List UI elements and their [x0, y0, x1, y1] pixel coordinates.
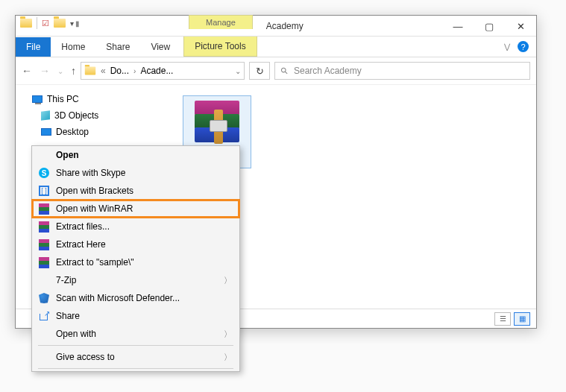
menu-label: Scan with Microsoft Defender...	[56, 293, 180, 303]
large-icons-view-button[interactable]: ▦	[514, 312, 530, 326]
tab-view[interactable]: View	[140, 37, 180, 57]
up-button[interactable]: ↑	[71, 65, 76, 77]
address-bar[interactable]: « Do... › Acade... ⌄	[81, 62, 245, 80]
tab-home[interactable]: Home	[51, 37, 95, 57]
submenu-arrow-icon: 〉	[224, 329, 232, 340]
menu-item-open[interactable]: Open	[32, 146, 239, 164]
desktop-icon	[41, 128, 51, 136]
sidebar-label: 3D Objects	[54, 110, 98, 121]
quick-access-toolbar: ☑ ▾ ▮	[16, 16, 84, 31]
forward-button[interactable]: →	[40, 65, 50, 77]
tab-picture-tools[interactable]: Picture Tools	[183, 37, 257, 57]
qat-overflow: ▮	[75, 19, 80, 28]
winrar-icon	[38, 203, 50, 215]
search-icon: ⚲	[278, 65, 290, 77]
winrar-icon	[38, 221, 50, 233]
window-title: Academy	[266, 21, 304, 31]
menu-item-extract-to[interactable]: Extract to "sample\"	[32, 253, 239, 271]
this-pc-icon	[32, 95, 43, 103]
sidebar-label: Desktop	[56, 127, 89, 137]
blank-icon	[38, 274, 50, 286]
folder-icon	[20, 19, 32, 28]
breadcrumb-prefix: «	[101, 66, 106, 76]
search-box[interactable]: ⚲ Search Academy	[274, 62, 530, 80]
menu-item-extract-here[interactable]: Extract Here	[32, 235, 239, 253]
winrar-icon	[38, 256, 50, 268]
menu-label: Share	[56, 311, 80, 321]
tab-file[interactable]: File	[16, 37, 51, 57]
menu-label: Open with Brackets	[56, 186, 133, 196]
details-view-button[interactable]: ☰	[494, 312, 511, 326]
menu-item-share-skype[interactable]: S Share with Skype	[32, 164, 239, 182]
menu-label: Extract Here	[56, 239, 106, 250]
window-controls: — ▢ ✕	[442, 16, 536, 37]
close-button[interactable]: ✕	[505, 16, 536, 37]
divider	[37, 17, 37, 29]
winrar-icon	[38, 238, 50, 250]
search-placeholder: Search Academy	[294, 66, 362, 76]
menu-label: Extract to "sample\"	[56, 257, 134, 268]
tab-share[interactable]: Share	[95, 37, 140, 57]
sidebar-item-3d-objects[interactable]: 3D Objects	[19, 109, 169, 122]
menu-label: Open with	[56, 329, 96, 339]
menu-label: Extract files...	[56, 221, 110, 232]
menu-label: Open with WinRAR	[56, 203, 133, 214]
address-bar-row: ← → ⌄ ↑ « Do... › Acade... ⌄ ↻ ⚲ Search …	[16, 57, 536, 85]
chevron-right-icon[interactable]: ›	[133, 67, 136, 75]
cube-icon	[41, 110, 50, 120]
menu-item-defender[interactable]: Scan with Microsoft Defender...	[32, 289, 239, 307]
submenu-arrow-icon: 〉	[224, 275, 232, 286]
minimize-button[interactable]: —	[442, 16, 474, 37]
nav-buttons: ← → ⌄ ↑	[22, 65, 76, 77]
skype-icon: S	[38, 167, 50, 179]
menu-label: 7-Zip	[56, 275, 76, 285]
explorer-window: ☑ ▾ ▮ Manage Academy — ▢ ✕ File Home Sha…	[15, 15, 537, 329]
titlebar: ☑ ▾ ▮ Manage Academy — ▢ ✕	[16, 16, 536, 37]
ribbon-collapse-button[interactable]: ⋁	[504, 42, 510, 51]
menu-item-open-with[interactable]: Open with 〉	[32, 325, 239, 343]
menu-item-open-brackets[interactable]: [ ] Open with Brackets	[32, 182, 239, 200]
share-icon	[38, 310, 50, 322]
contextual-tab-group: Manage	[189, 16, 253, 29]
properties-icon[interactable]: ☑	[42, 19, 49, 28]
address-history-dropdown[interactable]: ⌄	[235, 67, 241, 75]
help-icon[interactable]: ?	[518, 41, 529, 52]
manage-tab-header[interactable]: Manage	[189, 15, 253, 29]
breadcrumb-seg-1[interactable]: Do...	[110, 66, 129, 76]
maximize-button[interactable]: ▢	[474, 16, 505, 37]
folder-icon	[85, 67, 95, 75]
menu-item-7zip[interactable]: 7-Zip 〉	[32, 271, 239, 289]
breadcrumb-seg-2[interactable]: Acade...	[140, 66, 173, 76]
blank-icon	[38, 328, 50, 340]
new-folder-icon[interactable]	[54, 19, 66, 28]
brackets-icon: [ ]	[38, 185, 50, 197]
rar-archive-icon	[192, 99, 242, 150]
back-button[interactable]: ←	[22, 65, 32, 77]
recent-dropdown[interactable]: ⌄	[57, 67, 63, 75]
sidebar-item-this-pc[interactable]: This PC	[19, 92, 169, 106]
menu-item-open-winrar[interactable]: Open with WinRAR	[32, 200, 239, 218]
menu-item-extract-files[interactable]: Extract files...	[32, 218, 239, 235]
sidebar-item-desktop[interactable]: Desktop	[19, 125, 169, 139]
refresh-button[interactable]: ↻	[249, 62, 270, 80]
qat-dropdown[interactable]: ▾	[70, 19, 74, 28]
ribbon-tabs: File Home Share View Picture Tools ⋁ ?	[16, 37, 536, 57]
context-menu: Open S Share with Skype [ ] Open with Br…	[31, 145, 240, 344]
shield-icon	[38, 292, 50, 304]
menu-item-share[interactable]: Share	[32, 307, 239, 325]
sidebar-label: This PC	[47, 94, 79, 104]
blank-icon	[38, 149, 50, 161]
menu-label: Open	[56, 150, 79, 160]
menu-label: Share with Skype	[56, 168, 125, 178]
